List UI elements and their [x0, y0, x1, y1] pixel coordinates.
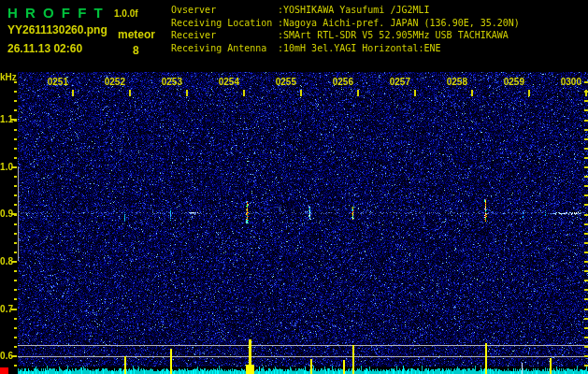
info-row-antenna: Receiving Antenna:10mH 3el.YAGI Horizont… [171, 42, 588, 55]
info-label: Receiving Location [171, 17, 278, 30]
app-header-left: H R O F F T 1.0.0f YY2611130260.png mete… [0, 0, 170, 72]
hrofft-screen: H R O F F T 1.0.0f YY2611130260.png mete… [0, 0, 588, 374]
info-row-location: Receiving Location:Nagoya Aichi-pref. JA… [171, 17, 588, 30]
info-value: :YOSHIKAWA Yasufumi /JG2MLI [278, 5, 430, 15]
info-value: :10mH 3el.YAGI Horizontal:ENE [278, 43, 441, 53]
meteor-count: 8 [133, 44, 139, 57]
info-value: :SMArt RTL-SDR V5 52.905MHz USB TACHIKAW… [278, 30, 509, 40]
mode-label: meteor [118, 28, 155, 41]
app-title: H R O F F T [7, 5, 105, 21]
output-filename: YY2611130260.png [7, 23, 108, 36]
app-version: 1.0.0f [114, 8, 138, 19]
datetime-label: 26.11.13 02:60 [7, 42, 82, 55]
info-row-observer: Ovserver:YOSHIKAWA Yasufumi /JG2MLI [171, 4, 588, 17]
station-info: Ovserver:YOSHIKAWA Yasufumi /JG2MLI Rece… [171, 4, 588, 54]
info-value: :Nagoya Aichi-pref. JAPAN (136.90E, 35.2… [278, 18, 520, 28]
info-label: Ovserver [171, 4, 278, 17]
info-label: Receiving Antenna [171, 42, 278, 55]
info-row-receiver: Receiver:SMArt RTL-SDR V5 52.905MHz USB … [171, 29, 588, 42]
info-label: Receiver [171, 29, 278, 42]
